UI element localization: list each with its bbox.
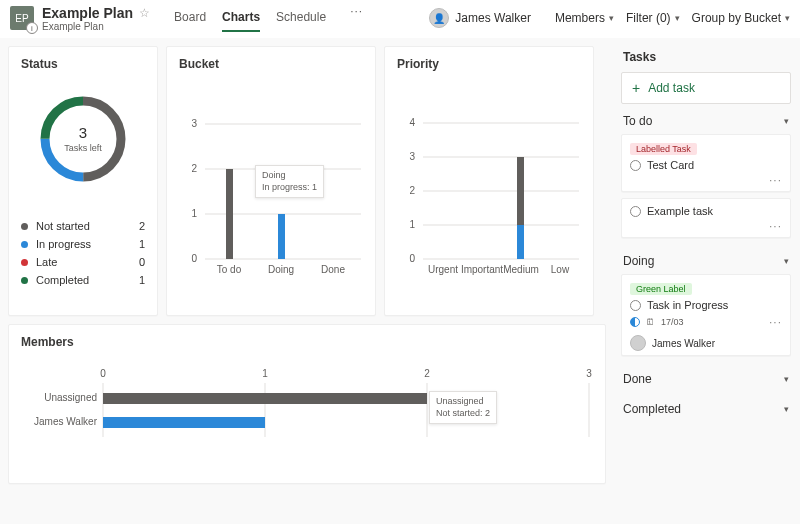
status-donut-chart: 3 Tasks left bbox=[33, 89, 133, 189]
group-by-dropdown[interactable]: Group by Bucket▾ bbox=[692, 11, 790, 25]
members-card: Members 0 1 2 3 Unassigned James Walker bbox=[8, 324, 606, 484]
legend-not-started: Not started2 bbox=[21, 217, 145, 235]
svg-text:2: 2 bbox=[409, 185, 415, 196]
svg-text:Important: Important bbox=[461, 264, 503, 275]
user-name: James Walker bbox=[455, 11, 531, 25]
svg-rect-12 bbox=[278, 214, 285, 259]
svg-text:Unassigned: Unassigned bbox=[44, 392, 97, 403]
members-bar-chart: 0 1 2 3 Unassigned James Walker bbox=[21, 357, 595, 477]
svg-text:3: 3 bbox=[586, 368, 592, 379]
task-assignee: James Walker bbox=[630, 329, 782, 351]
assignee-avatar-icon bbox=[630, 335, 646, 351]
plan-titles: Example Plan ☆ Example Plan bbox=[42, 5, 150, 32]
task-label: Labelled Task bbox=[630, 143, 697, 155]
add-task-label: Add task bbox=[648, 81, 695, 95]
plan-title: Example Plan bbox=[42, 5, 133, 21]
svg-text:0: 0 bbox=[100, 368, 106, 379]
status-legend: Not started2 In progress1 Late0 Complete… bbox=[21, 217, 145, 289]
complete-radio[interactable] bbox=[630, 300, 641, 311]
legend-late: Late0 bbox=[21, 253, 145, 271]
tab-board[interactable]: Board bbox=[174, 4, 206, 32]
task-date: 17/03 bbox=[661, 317, 684, 327]
priority-bar-chart: 4 3 2 1 0 Urgent Important Medium Low bbox=[397, 79, 583, 299]
section-done[interactable]: Done▾ bbox=[621, 362, 791, 392]
svg-rect-43 bbox=[103, 417, 265, 428]
task-name: Task in Progress bbox=[647, 299, 728, 311]
priority-title: Priority bbox=[397, 57, 581, 71]
calendar-icon: 🗓 bbox=[646, 317, 655, 327]
svg-text:Medium: Medium bbox=[503, 264, 539, 275]
task-more-icon[interactable]: ··· bbox=[630, 171, 782, 187]
donut-label: Tasks left bbox=[64, 143, 102, 153]
svg-rect-26 bbox=[517, 157, 524, 225]
svg-rect-41 bbox=[103, 393, 427, 404]
task-name: Test Card bbox=[647, 159, 694, 171]
tab-charts[interactable]: Charts bbox=[222, 4, 260, 32]
svg-text:2: 2 bbox=[191, 163, 197, 174]
section-doing[interactable]: Doing▾ bbox=[621, 244, 791, 274]
filter-dropdown[interactable]: Filter (0)▾ bbox=[626, 11, 680, 25]
svg-rect-27 bbox=[517, 225, 524, 259]
svg-text:2: 2 bbox=[424, 368, 430, 379]
chevron-down-icon: ▾ bbox=[784, 256, 789, 266]
plus-icon: + bbox=[632, 81, 640, 95]
section-todo[interactable]: To do▾ bbox=[621, 104, 791, 134]
svg-text:0: 0 bbox=[409, 253, 415, 264]
bucket-title: Bucket bbox=[179, 57, 363, 71]
task-more-icon[interactable]: ··· bbox=[630, 217, 782, 233]
svg-text:Low: Low bbox=[551, 264, 570, 275]
donut-value: 3 bbox=[79, 124, 87, 141]
legend-completed: Completed1 bbox=[21, 271, 145, 289]
info-icon[interactable]: i bbox=[26, 22, 38, 34]
svg-text:Done: Done bbox=[321, 264, 345, 275]
svg-text:1: 1 bbox=[191, 208, 197, 219]
svg-rect-11 bbox=[226, 169, 233, 259]
members-tooltip: Unassigned Not started: 2 bbox=[429, 391, 497, 424]
legend-in-progress: In progress1 bbox=[21, 235, 145, 253]
members-dropdown[interactable]: Members▾ bbox=[555, 11, 614, 25]
status-card: Status 3 Tasks left Not started2 In prog… bbox=[8, 46, 158, 316]
chevron-down-icon: ▾ bbox=[784, 404, 789, 414]
section-completed[interactable]: Completed▾ bbox=[621, 392, 791, 422]
svg-text:James Walker: James Walker bbox=[34, 416, 98, 427]
svg-text:4: 4 bbox=[409, 117, 415, 128]
tabs-more-icon[interactable]: ··· bbox=[342, 4, 371, 32]
task-card-test[interactable]: Labelled Task Test Card ··· bbox=[621, 134, 791, 192]
favorite-star-icon[interactable]: ☆ bbox=[139, 6, 150, 20]
chevron-down-icon: ▾ bbox=[675, 13, 680, 23]
plan-avatar: EP i bbox=[10, 6, 34, 30]
svg-text:Urgent: Urgent bbox=[428, 264, 458, 275]
plan-subtitle: Example Plan bbox=[42, 21, 150, 32]
user-avatar-icon: 👤 bbox=[429, 8, 449, 28]
tasks-panel: Tasks + Add task To do▾ Labelled Task Te… bbox=[621, 46, 791, 514]
svg-text:1: 1 bbox=[262, 368, 268, 379]
priority-card: Priority 4 3 2 1 0 Urgent Important Medi… bbox=[384, 46, 594, 316]
complete-radio[interactable] bbox=[630, 206, 641, 217]
tasks-heading: Tasks bbox=[621, 46, 791, 72]
task-name: Example task bbox=[647, 205, 713, 217]
tab-schedule[interactable]: Schedule bbox=[276, 4, 326, 32]
svg-text:To do: To do bbox=[217, 264, 242, 275]
task-card-in-progress[interactable]: Green Label Task in Progress 🗓 17/03 ···… bbox=[621, 274, 791, 356]
assignee-name: James Walker bbox=[652, 338, 715, 349]
tabs: Board Charts Schedule ··· bbox=[174, 4, 371, 32]
task-card-example[interactable]: Example task ··· bbox=[621, 198, 791, 238]
status-title: Status bbox=[21, 57, 145, 71]
bucket-card: Bucket 3 2 1 0 To do Doing Done Doing In… bbox=[166, 46, 376, 316]
plan-avatar-text: EP bbox=[15, 13, 28, 24]
header: EP i Example Plan ☆ Example Plan Board C… bbox=[0, 0, 800, 38]
chevron-down-icon: ▾ bbox=[785, 13, 790, 23]
svg-text:0: 0 bbox=[191, 253, 197, 264]
svg-text:3: 3 bbox=[409, 151, 415, 162]
chevron-down-icon: ▾ bbox=[784, 374, 789, 384]
task-label: Green Label bbox=[630, 283, 692, 295]
task-more-icon[interactable]: ··· bbox=[769, 315, 782, 329]
current-user[interactable]: 👤 James Walker bbox=[429, 8, 531, 28]
svg-text:Doing: Doing bbox=[268, 264, 294, 275]
complete-radio[interactable] bbox=[630, 160, 641, 171]
chevron-down-icon: ▾ bbox=[609, 13, 614, 23]
add-task-button[interactable]: + Add task bbox=[621, 72, 791, 104]
svg-text:3: 3 bbox=[191, 118, 197, 129]
svg-text:1: 1 bbox=[409, 219, 415, 230]
bucket-tooltip: Doing In progress: 1 bbox=[255, 165, 324, 198]
